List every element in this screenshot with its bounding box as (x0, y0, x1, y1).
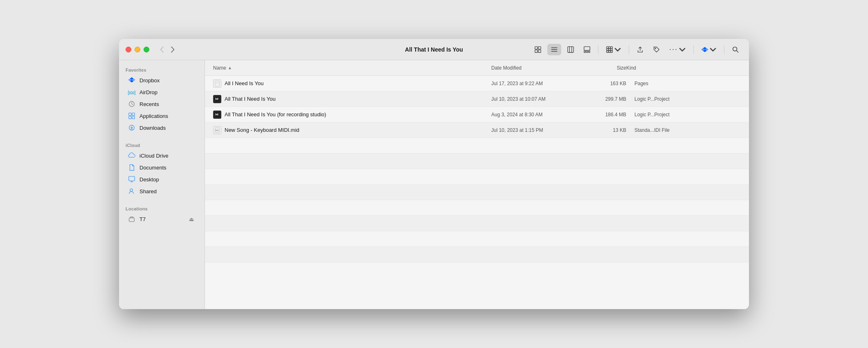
dropbox-button[interactable] (698, 44, 720, 55)
svg-rect-19 (611, 48, 613, 50)
sidebar-item-downloads[interactable]: Downloads (121, 122, 202, 133)
share-button[interactable] (633, 44, 647, 55)
file-name: All That I Need Is You (225, 96, 276, 102)
sidebar-item-airdrop[interactable]: AirDrop (121, 86, 202, 98)
shared-label: Shared (139, 188, 157, 194)
size-column-header[interactable]: Size (585, 65, 626, 71)
close-button[interactable] (126, 47, 131, 52)
date-column-header[interactable]: Date Modified (491, 65, 585, 71)
sidebar-item-documents[interactable]: Documents (121, 162, 202, 173)
svg-rect-34 (129, 176, 135, 181)
eject-button[interactable]: ⏏ (187, 215, 196, 223)
logic-file-icon (213, 95, 221, 103)
file-date: Jul 17, 2023 at 9:22 AM (491, 81, 585, 86)
locations-label: Locations (119, 204, 205, 213)
logic-file-icon-2 (213, 111, 221, 119)
file-kind: Logic P...Project (626, 112, 741, 118)
svg-rect-31 (132, 116, 135, 119)
nav-buttons (157, 45, 177, 54)
file-row[interactable]: All That I Need Is You (for recording st… (205, 107, 749, 122)
sidebar-item-shared[interactable]: Shared (121, 185, 202, 197)
file-area: Name ▲ Date Modified Size Kind (205, 60, 749, 309)
svg-point-37 (130, 189, 133, 191)
sidebar: Favorites Dropbox (119, 60, 205, 309)
svg-rect-14 (607, 46, 609, 48)
empty-row (205, 138, 749, 154)
empty-row (205, 247, 749, 262)
icon-view-button[interactable] (531, 44, 545, 55)
back-button[interactable] (157, 45, 166, 54)
minimize-button[interactable] (135, 47, 140, 52)
sort-arrow: ▲ (228, 66, 232, 70)
midi-file-icon: MID (213, 126, 221, 134)
tag-button[interactable] (650, 44, 663, 55)
recents-label: Recents (139, 101, 159, 107)
svg-rect-9 (568, 46, 573, 52)
svg-rect-17 (607, 48, 609, 50)
file-row[interactable]: All I Need Is You Jul 17, 2023 at 9:22 A… (205, 76, 749, 91)
column-view-button[interactable] (564, 44, 578, 55)
divider4 (724, 45, 724, 54)
file-name: New Song - Keyboard MIDI.mid (225, 127, 299, 133)
search-button[interactable] (729, 44, 742, 55)
list-view-button[interactable] (547, 44, 561, 55)
file-size: 163 KB (585, 81, 626, 86)
file-name-cell: MID New Song - Keyboard MIDI.mid (213, 126, 491, 134)
sidebar-divider-2 (119, 197, 205, 204)
svg-rect-11 (584, 51, 586, 52)
name-column-header[interactable]: Name ▲ (213, 65, 491, 71)
more-button[interactable]: ··· (666, 43, 689, 56)
divider3 (693, 45, 694, 54)
file-date: Aug 3, 2024 at 8:30 AM (491, 112, 585, 118)
file-name-cell: All That I Need Is You (213, 95, 491, 103)
kind-column-header[interactable]: Kind (626, 65, 741, 71)
svg-point-23 (655, 48, 656, 49)
svg-rect-38 (129, 218, 135, 221)
toolbar-right: ··· (531, 43, 742, 56)
file-row[interactable]: MID New Song - Keyboard MIDI.mid Jul 10,… (205, 122, 749, 138)
svg-rect-16 (611, 46, 613, 48)
apps-button[interactable] (603, 44, 625, 55)
sidebar-item-t7[interactable]: T7 ⏏ (121, 213, 202, 225)
sidebar-divider-1 (119, 134, 205, 140)
file-kind: Standa...IDI File (626, 127, 741, 133)
sidebar-item-desktop[interactable]: Desktop (121, 174, 202, 185)
icloud-label: iCloud (119, 140, 205, 149)
applications-label: Applications (139, 113, 168, 119)
content-area: Favorites Dropbox (119, 60, 749, 309)
empty-row (205, 200, 749, 216)
forward-button[interactable] (168, 45, 177, 54)
file-date: Jul 10, 2023 at 1:15 PM (491, 127, 585, 133)
svg-rect-0 (535, 46, 537, 49)
favorites-label: Favorites (119, 65, 205, 74)
empty-row (205, 216, 749, 231)
documents-icon (128, 164, 135, 171)
svg-line-25 (737, 50, 739, 52)
svg-rect-2 (535, 50, 537, 52)
gallery-view-button[interactable] (580, 44, 594, 55)
file-row[interactable]: All That I Need Is You Jul 10, 2023 at 1… (205, 91, 749, 107)
svg-rect-18 (609, 48, 611, 50)
sidebar-item-recents[interactable]: Recents (121, 98, 202, 110)
empty-row (205, 185, 749, 200)
file-name: All I Need Is You (225, 80, 263, 86)
file-size: 299.7 MB (585, 96, 626, 102)
svg-point-24 (733, 47, 737, 51)
file-name-cell: All That I Need Is You (for recording st… (213, 111, 491, 119)
svg-rect-21 (609, 50, 611, 52)
sidebar-item-dropbox[interactable]: Dropbox (121, 75, 202, 86)
empty-row (205, 154, 749, 169)
svg-rect-1 (538, 46, 541, 49)
svg-text:MID: MID (216, 129, 219, 131)
downloads-icon (128, 124, 135, 131)
svg-rect-39 (215, 81, 219, 86)
applications-icon (128, 112, 135, 120)
maximize-button[interactable] (144, 47, 149, 52)
svg-rect-13 (589, 51, 590, 52)
desktop-icon (128, 176, 135, 183)
icloud-drive-label: iCloud Drive (139, 153, 169, 159)
sidebar-item-icloud-drive[interactable]: iCloud Drive (121, 150, 202, 161)
sidebar-item-applications[interactable]: Applications (121, 110, 202, 122)
icloud-drive-icon (128, 152, 135, 159)
documents-label: Documents (139, 165, 166, 171)
